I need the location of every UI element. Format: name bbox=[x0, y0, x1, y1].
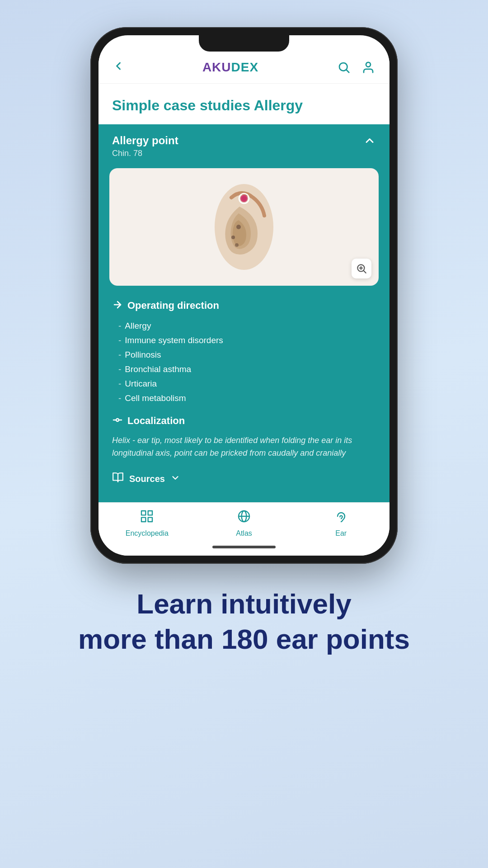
list-item: -Allergy bbox=[118, 319, 376, 333]
ear-label: Ear bbox=[335, 529, 347, 538]
atlas-icon bbox=[237, 509, 251, 527]
svg-point-2 bbox=[366, 62, 371, 67]
operating-direction-title-row: Operating direction bbox=[112, 299, 376, 312]
encyclopedia-label: Encyclopedia bbox=[126, 529, 169, 538]
localization-text: Helix - ear tip, most likely to be ident… bbox=[112, 434, 376, 460]
tagline-line1: Learn intuitively bbox=[78, 586, 410, 622]
point-header: Allergy point Chin. 78 bbox=[99, 124, 389, 168]
logo-aku: AKU bbox=[202, 60, 231, 74]
nav-atlas[interactable]: Atlas bbox=[196, 509, 293, 538]
sources-row[interactable]: Sources bbox=[99, 464, 389, 493]
svg-point-8 bbox=[231, 236, 235, 239]
bottom-nav: Encyclopedia Atlas bbox=[99, 502, 389, 542]
encyclopedia-icon bbox=[140, 509, 154, 527]
localization-arrow-icon bbox=[112, 415, 123, 428]
app-logo: AKUDEX bbox=[202, 60, 258, 75]
localization-section: Localization Helix - ear tip, most likel… bbox=[99, 410, 389, 465]
collapse-button[interactable] bbox=[363, 134, 376, 149]
ear-image-container bbox=[109, 168, 379, 286]
teal-content: Allergy point Chin. 78 bbox=[99, 124, 389, 503]
localization-label: Localization bbox=[127, 415, 185, 427]
list-item: -Bronchial asthma bbox=[118, 362, 376, 377]
sources-book-icon bbox=[112, 472, 124, 486]
search-button[interactable] bbox=[336, 60, 352, 75]
svg-point-5 bbox=[242, 196, 246, 201]
sources-chevron-icon bbox=[170, 473, 180, 485]
list-item: -Cell metabolism bbox=[118, 391, 376, 406]
svg-rect-21 bbox=[141, 518, 145, 522]
nav-encyclopedia[interactable]: Encyclopedia bbox=[99, 509, 196, 538]
svg-rect-18 bbox=[141, 511, 145, 515]
atlas-label: Atlas bbox=[236, 529, 252, 538]
svg-rect-19 bbox=[148, 511, 152, 515]
home-bar bbox=[212, 546, 276, 548]
svg-line-11 bbox=[364, 271, 366, 273]
list-item: -Pollinosis bbox=[118, 348, 376, 362]
ear-illustration bbox=[199, 175, 289, 279]
svg-point-7 bbox=[236, 225, 241, 229]
ear-icon bbox=[334, 509, 348, 527]
svg-line-1 bbox=[347, 70, 349, 72]
point-title: Allergy point bbox=[112, 134, 178, 147]
nav-ear[interactable]: Ear bbox=[292, 509, 389, 538]
back-button[interactable] bbox=[112, 60, 125, 75]
phone-frame: AKUDEX Simple case studi bbox=[90, 27, 398, 564]
page-title-section: Simple case studies Allergy bbox=[99, 84, 389, 124]
arrow-right-icon bbox=[112, 299, 123, 312]
zoom-button[interactable] bbox=[352, 259, 371, 278]
point-subtitle: Chin. 78 bbox=[112, 149, 178, 158]
svg-point-9 bbox=[235, 243, 239, 247]
operating-direction-label: Operating direction bbox=[127, 300, 219, 311]
operating-direction-list: -Allergy -Immune system disorders -Polli… bbox=[112, 319, 376, 406]
phone-screen: AKUDEX Simple case studi bbox=[99, 35, 389, 556]
list-item: -Immune system disorders bbox=[118, 333, 376, 348]
notch bbox=[199, 35, 289, 52]
sources-label: Sources bbox=[129, 474, 165, 484]
operating-direction-section: Operating direction -Allergy -Immune sys… bbox=[99, 295, 389, 410]
svg-rect-20 bbox=[148, 518, 152, 522]
profile-button[interactable] bbox=[361, 60, 376, 75]
logo-dex: DEX bbox=[231, 60, 259, 74]
app-header: AKUDEX bbox=[99, 52, 389, 84]
tagline-line2: more than 180 ear points bbox=[78, 622, 410, 657]
tagline: Learn intuitively more than 180 ear poin… bbox=[51, 586, 437, 656]
point-info: Allergy point Chin. 78 bbox=[112, 134, 178, 158]
home-indicator bbox=[99, 542, 389, 556]
localization-title-row: Localization bbox=[112, 415, 376, 428]
page-title: Simple case studies Allergy bbox=[112, 96, 376, 115]
header-icons bbox=[336, 60, 376, 75]
list-item: -Urticaria bbox=[118, 377, 376, 391]
